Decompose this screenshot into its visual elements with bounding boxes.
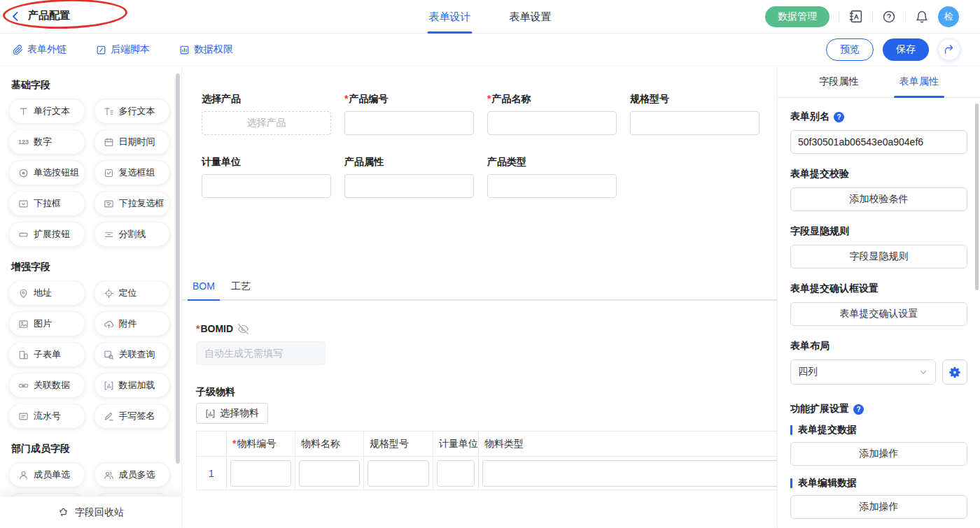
material-spec-input[interactable]	[368, 460, 429, 487]
eye-off-icon[interactable]	[238, 324, 248, 334]
subtable-row: 1	[197, 457, 778, 490]
row-index: 1	[197, 457, 227, 490]
field-item-single-line-text[interactable]: 单行文本	[8, 99, 85, 124]
field-item-address[interactable]: 地址	[8, 280, 85, 306]
data-manage-button[interactable]: 数据管理	[765, 6, 830, 27]
bom-tab-panel: BOMID 子级物料 选择物料 物料编号 物料名称 规格型号 计量单位 物料类型	[182, 322, 777, 490]
column-header-spec-model: 规格型号	[364, 431, 433, 457]
avatar[interactable]: 检	[938, 6, 959, 27]
data-permission-icon	[179, 45, 190, 55]
field-item-extend-button[interactable]: 扩展按钮	[8, 222, 85, 247]
field-product-code[interactable]: 产品编号	[344, 92, 474, 135]
material-name-input[interactable]	[299, 460, 360, 487]
product-attr-input[interactable]	[344, 174, 474, 198]
subtable-header-row: 物料编号 物料名称 规格型号 计量单位 物料类型	[197, 431, 778, 457]
sidebar-scrollbar-thumb[interactable]	[176, 73, 180, 464]
form-alias-label: 表单别名	[790, 110, 967, 123]
add-validation-button[interactable]: 添加校验条件	[790, 187, 967, 211]
recycle-icon	[57, 506, 69, 518]
help-icon[interactable]	[834, 112, 844, 122]
material-type-input[interactable]	[482, 460, 777, 487]
field-label: 产品名称	[487, 92, 617, 106]
help-icon[interactable]	[882, 10, 896, 24]
save-button[interactable]: 保存	[883, 38, 929, 61]
field-item-multi-select[interactable]: 下拉复选框	[94, 191, 171, 216]
field-item-divider-line[interactable]: 分割线	[94, 222, 171, 247]
field-item-member-single[interactable]: 成员单选	[8, 462, 85, 487]
column-header-unit: 计量单位	[433, 431, 479, 457]
multi-line-text-icon	[104, 106, 114, 117]
layout-select[interactable]: 四列	[790, 359, 936, 385]
edit-data-group-label: 表单编辑数据	[790, 477, 967, 490]
field-item-radio-group[interactable]: 单选按钮组	[8, 160, 85, 185]
tab-form-settings[interactable]: 表单设置	[510, 0, 552, 34]
select-material-button[interactable]: 选择物料	[196, 403, 268, 424]
select-product-box[interactable]: 选择产品	[202, 111, 331, 135]
field-product-name[interactable]: 产品名称	[487, 92, 617, 135]
field-unit[interactable]: 计量单位	[202, 155, 331, 198]
product-name-input[interactable]	[487, 111, 617, 135]
add-submit-action-button[interactable]: 添加操作	[790, 442, 967, 466]
form-alias-input[interactable]	[790, 130, 967, 154]
field-recycle-bin-button[interactable]: 字段回收站	[0, 497, 181, 528]
field-item-subform[interactable]: 子表单	[8, 342, 85, 367]
field-item-select[interactable]: 下拉框	[8, 191, 85, 216]
field-bomid[interactable]: BOMID	[196, 322, 777, 336]
field-item-number[interactable]: 数字	[8, 129, 85, 155]
field-palette-sidebar: 基础字段 单行文本 多行文本 数字 日期时间 单选按钮组 复选框组 下拉框 下拉…	[0, 66, 182, 528]
data-permission-button[interactable]: 数据权限	[179, 43, 233, 56]
field-label: 产品编号	[344, 92, 474, 106]
back-icon[interactable]	[10, 10, 22, 22]
form-external-link-button[interactable]: 表单外链	[13, 43, 66, 56]
field-product-type[interactable]: 产品类型	[487, 155, 617, 198]
serial-number-icon	[18, 411, 29, 422]
preview-button[interactable]: 预览	[826, 38, 874, 61]
contacts-icon[interactable]	[848, 9, 863, 24]
field-item-datetime[interactable]: 日期时间	[94, 129, 171, 155]
field-item-image[interactable]: 图片	[8, 311, 85, 336]
field-item-attachment[interactable]: 附件	[94, 311, 171, 336]
tab-form-properties[interactable]: 表单属性	[879, 66, 960, 97]
tab-process[interactable]: 工艺	[226, 280, 255, 299]
layout-settings-button[interactable]	[942, 359, 967, 385]
field-item-location[interactable]: 定位	[94, 280, 171, 306]
field-product-attr[interactable]: 产品属性	[344, 155, 474, 198]
field-item-checkbox-group[interactable]: 复选框组	[94, 160, 171, 185]
field-item-signature[interactable]: 手写签名	[94, 404, 171, 429]
material-code-input[interactable]	[230, 460, 291, 487]
field-item-multi-line-text[interactable]: 多行文本	[94, 99, 171, 124]
field-item-related-query[interactable]: 关联查询	[94, 342, 171, 367]
field-select-product[interactable]: 选择产品 选择产品	[202, 92, 331, 135]
field-item-member-multi[interactable]: 成员多选	[94, 462, 171, 487]
material-unit-input[interactable]	[437, 460, 475, 487]
field-visibility-button[interactable]: 字段显隐规则	[790, 245, 967, 269]
header-tabs: 表单设计 表单设置	[429, 0, 552, 34]
spec-model-input[interactable]	[630, 111, 760, 135]
data-load-icon	[205, 408, 216, 419]
field-spec-model[interactable]: 规格型号	[630, 92, 760, 135]
form-canvas[interactable]: 选择产品 选择产品 产品编号 产品名称 规格型号 计量单位	[182, 66, 777, 528]
field-item-related-data[interactable]: 关联数据	[8, 373, 85, 398]
subtable-title: 子级物料	[196, 386, 777, 399]
properties-panel: 字段属性 表单属性 表单别名 表单提交校验 添加校验条件 字段显隐规则 字段显隐…	[777, 66, 980, 528]
submit-confirm-button[interactable]: 表单提交确认设置	[790, 302, 967, 326]
unit-input[interactable]	[202, 174, 331, 198]
panel-scrollbar-thumb[interactable]	[975, 104, 979, 290]
notification-bell-icon[interactable]	[915, 10, 929, 24]
field-visibility-label: 字段显隐规则	[790, 225, 967, 238]
field-item-serial-number[interactable]: 流水号	[8, 404, 85, 429]
tab-bom[interactable]: BOM	[188, 280, 220, 299]
product-code-input[interactable]	[344, 111, 474, 135]
help-icon[interactable]	[853, 404, 864, 415]
field-item-data-load[interactable]: 数据加载	[94, 373, 171, 398]
field-row-1: 选择产品 选择产品 产品编号 产品名称 规格型号	[202, 92, 777, 135]
share-button[interactable]	[938, 38, 960, 61]
tab-field-properties[interactable]: 字段属性	[799, 66, 879, 97]
add-edit-action-button[interactable]: 添加操作	[790, 495, 967, 519]
header-right: 数据管理 检	[765, 6, 959, 27]
product-type-input[interactable]	[487, 174, 617, 198]
back-group[interactable]: 产品配置	[10, 9, 70, 24]
backend-script-button[interactable]: 后端脚本	[96, 43, 150, 56]
tab-form-design[interactable]: 表单设计	[429, 0, 471, 34]
bomid-input[interactable]	[196, 341, 326, 365]
